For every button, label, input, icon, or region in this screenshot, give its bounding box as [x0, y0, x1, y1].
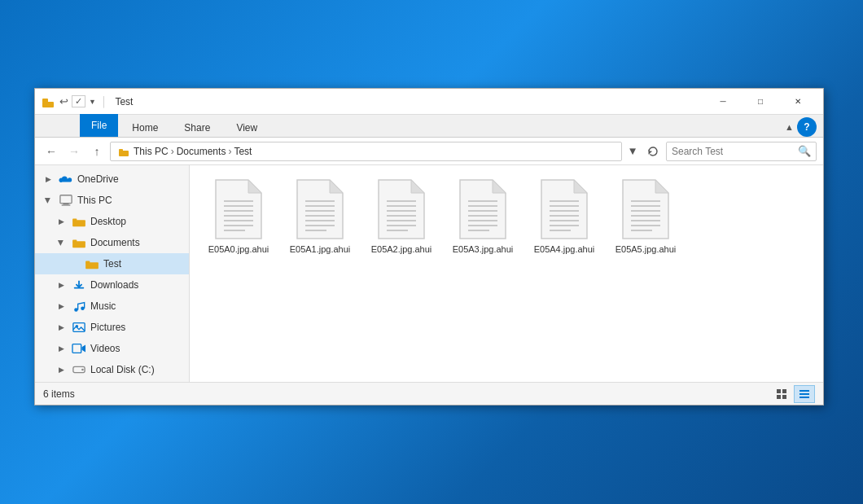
tab-file[interactable]: File — [80, 114, 118, 137]
onedrive-icon — [59, 172, 73, 186]
svg-rect-80 — [799, 390, 809, 392]
path-sep-1: › — [171, 146, 174, 157]
close-button[interactable]: ✕ — [779, 89, 817, 115]
sidebar-item-this-pc[interactable]: ▶ This PC — [35, 190, 189, 211]
title-bar: ↩ ✓ ▼ │ Test ─ □ ✕ — [35, 89, 823, 115]
file-icon — [375, 178, 427, 240]
refresh-button[interactable] — [643, 142, 663, 161]
file-name: E05A3.jpg.ahui — [453, 243, 514, 255]
file-item[interactable]: E05A2.jpg.ahui — [365, 173, 438, 260]
path-test[interactable]: Test — [234, 146, 252, 157]
quick-access-dropdown[interactable]: ▼ — [89, 98, 96, 106]
ribbon-tabs: File Home Share View ▲ ? — [35, 115, 823, 138]
downloads-label: Downloads — [90, 279, 138, 291]
path-sep-2: › — [228, 146, 231, 157]
sidebar-item-test[interactable]: Test — [35, 253, 189, 274]
forward-button[interactable]: → — [64, 142, 84, 161]
svg-rect-79 — [782, 395, 786, 399]
expand-downloads[interactable]: ▶ — [55, 278, 68, 291]
svg-rect-3 — [119, 151, 129, 156]
svg-rect-77 — [782, 389, 786, 393]
expand-onedrive[interactable]: ▶ — [42, 173, 55, 186]
videos-icon — [72, 341, 86, 356]
window-title: Test — [115, 96, 704, 107]
expand-desktop[interactable]: ▶ — [55, 215, 68, 228]
documents-label: Documents — [90, 237, 140, 248]
svg-rect-5 — [63, 204, 68, 205]
sidebar-item-desktop[interactable]: ▶ Desktop — [35, 211, 189, 232]
expand-documents[interactable]: ▶ — [55, 236, 68, 249]
status-bar: 6 items — [35, 382, 823, 405]
file-icon — [294, 178, 346, 240]
quick-access-properties[interactable]: ✓ — [72, 95, 85, 107]
file-item[interactable]: E05A5.jpg.ahui — [609, 173, 682, 260]
window-icon — [42, 95, 55, 108]
search-box[interactable]: 🔍 — [666, 142, 817, 161]
back-button[interactable]: ← — [42, 142, 61, 161]
file-explorer-window: ↩ ✓ ▼ │ Test ─ □ ✕ File Home Share View … — [34, 88, 824, 405]
sidebar: ▶ OneDrive ▶ This PC — [35, 165, 190, 382]
svg-rect-6 — [62, 204, 71, 205]
music-label: Music — [90, 300, 116, 312]
sidebar-item-music[interactable]: ▶ Music — [35, 296, 189, 317]
onedrive-label: OneDrive — [77, 173, 119, 185]
sidebar-item-local-disk[interactable]: ▶ Local Disk (C:) — [35, 359, 189, 380]
svg-marker-68 — [655, 180, 668, 193]
svg-rect-8 — [72, 220, 85, 226]
sidebar-item-onedrive[interactable]: ▶ OneDrive — [35, 169, 189, 190]
address-path[interactable]: This PC › Documents › Test — [110, 142, 622, 161]
desktop-label: Desktop — [90, 216, 126, 227]
address-dropdown-button[interactable]: ▼ — [625, 142, 640, 161]
minimize-button[interactable]: ─ — [704, 89, 742, 115]
expand-videos[interactable]: ▶ — [55, 342, 68, 355]
search-input[interactable] — [672, 146, 798, 157]
svg-rect-81 — [799, 393, 809, 395]
tab-view[interactable]: View — [224, 118, 269, 137]
desktop-folder-icon — [72, 214, 86, 229]
help-button[interactable]: ? — [797, 117, 817, 137]
expand-music[interactable]: ▶ — [55, 300, 68, 313]
file-item[interactable]: E05A3.jpg.ahui — [446, 173, 519, 260]
file-icon — [538, 178, 590, 240]
window-controls: ─ □ ✕ — [704, 89, 817, 115]
expand-local-disk[interactable]: ▶ — [55, 363, 68, 376]
file-area: E05A0.jpg.ahui E05A1.jpg.ahui — [190, 165, 823, 382]
local-disk-label: Local Disk (C:) — [90, 364, 155, 375]
svg-rect-10 — [72, 241, 85, 248]
sidebar-item-downloads[interactable]: ▶ Downloads — [35, 274, 189, 296]
file-item[interactable]: E05A0.jpg.ahui — [202, 173, 275, 260]
ribbon-collapse[interactable]: ▲ — [782, 121, 797, 134]
file-item[interactable]: E05A4.jpg.ahui — [528, 173, 601, 260]
tab-share[interactable]: Share — [172, 118, 222, 137]
downloads-icon — [72, 278, 86, 292]
svg-rect-12 — [85, 262, 99, 269]
file-item[interactable]: E05A1.jpg.ahui — [283, 173, 357, 260]
path-this-pc[interactable]: This PC — [134, 146, 169, 157]
maximize-button[interactable]: □ — [742, 89, 779, 115]
expand-pictures[interactable]: ▶ — [55, 321, 68, 334]
address-bar: ← → ↑ This PC › Documents › Test ▼ 🔍 — [35, 138, 823, 165]
svg-marker-23 — [248, 180, 261, 193]
svg-marker-19 — [82, 345, 85, 353]
svg-marker-41 — [411, 180, 424, 193]
path-documents[interactable]: Documents — [177, 146, 226, 157]
sidebar-item-videos[interactable]: ▶ Videos — [35, 338, 189, 359]
music-icon — [72, 299, 86, 313]
sidebar-item-pictures[interactable]: ▶ Pictures — [35, 317, 189, 338]
file-name: E05A5.jpg.ahui — [615, 243, 677, 255]
up-button[interactable]: ↑ — [87, 142, 107, 161]
tab-home[interactable]: Home — [120, 118, 170, 137]
quick-access-undo[interactable]: ↩ — [59, 95, 68, 107]
this-pc-label: This PC — [77, 195, 112, 206]
svg-marker-32 — [330, 180, 343, 193]
svg-rect-76 — [777, 389, 781, 393]
pc-folder-icon — [117, 145, 130, 158]
search-icon[interactable]: 🔍 — [798, 145, 811, 157]
pictures-label: Pictures — [90, 322, 125, 333]
list-view-button[interactable] — [794, 385, 815, 403]
sidebar-item-documents[interactable]: ▶ Documents — [35, 232, 189, 253]
videos-label: Videos — [90, 343, 120, 354]
expand-this-pc[interactable]: ▶ — [42, 194, 55, 207]
grid-view-button[interactable] — [771, 385, 792, 403]
quick-access-separator: │ — [101, 96, 107, 107]
